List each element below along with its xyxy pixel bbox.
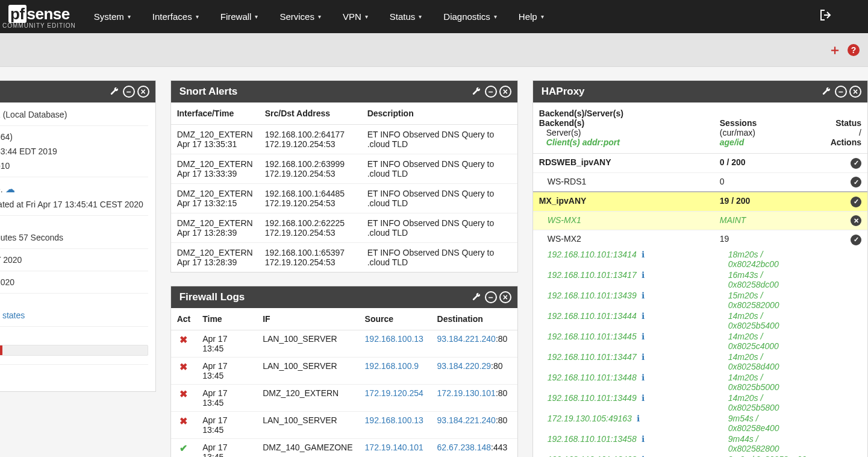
haproxy-client-row: 192.168.110.101:13458 ℹ9m44s / 0x8025828… [533,433,867,454]
chevron-down-icon: ▾ [318,13,321,20]
client-age: 14m20s / 0x8025c4000 [728,332,779,351]
log-if: LAN_100_SERVER [257,412,358,439]
states-link[interactable]: v states [0,310,25,320]
brand-sense: sense [27,5,70,23]
info-icon[interactable]: ℹ [639,311,648,321]
logout-icon[interactable] [820,10,832,24]
wrench-icon[interactable] [820,86,832,98]
info-icon[interactable]: ℹ [639,291,648,300]
nav-item-system[interactable]: System▾ [83,0,142,33]
snort-desc: ET INFO Observed DNS Query to .cloud TLD [361,125,517,154]
status-ok-icon[interactable]: ✓ [851,235,861,245]
server-sessions: MAINT [714,211,816,230]
snort-table: Interface/Time Src/Dst Address Descripti… [171,102,517,272]
log-dest-link[interactable]: 172.19.130.101 [437,388,496,398]
status-ok-icon[interactable]: ✓ [851,158,861,169]
log-dest-link[interactable]: 93.184.220.29 [437,361,492,371]
firewall-log-row: ✖Apr 17 13:45DMZ_120_EXTERN172.19.120.25… [171,385,517,412]
client-age: 9m44s / 0x802582800 [728,434,779,453]
dashboard: – × 1 (Local Database) d64) 53:44 EDT 20… [0,67,868,457]
info-icon[interactable]: ℹ [639,332,648,341]
log-time: Apr 17 13:45 [196,439,257,458]
close-icon[interactable]: × [137,86,149,98]
client-age: 9m54s / 0x80258e400 [728,414,779,433]
close-icon[interactable]: × [499,86,511,98]
block-icon[interactable]: ✖ [180,416,187,426]
haproxy-backend-row: MX_ipvANY19 / 200✓ [533,192,867,211]
haproxy-client-row: 192.168.110.101:13447 ℹ14m20s / 0x80258d… [533,351,867,372]
info-icon[interactable]: ℹ [639,434,648,444]
col-interface-time: Interface/Time [171,102,259,125]
info-icon[interactable]: ℹ [639,393,648,403]
close-icon[interactable]: × [849,86,861,98]
firewall-log-row: ✖Apr 17 13:45LAN_100_SERVER192.168.100.1… [171,330,517,358]
chevron-down-icon: ▾ [255,13,258,20]
pass-icon[interactable]: ✔ [180,443,187,453]
client-age: 14m20s / 0x8025b5800 [728,393,779,412]
nav-item-help[interactable]: Help▾ [508,0,555,33]
nav-item-vpn[interactable]: VPN▾ [332,0,379,33]
col-description: Description [361,102,517,125]
info-line: nutes 57 Seconds [0,230,148,245]
chevron-down-icon: ▾ [494,13,497,20]
nav-item-firewall[interactable]: Firewall▾ [210,0,269,33]
close-icon[interactable]: × [499,291,511,303]
info-icon[interactable]: ℹ [639,250,648,259]
log-source-link[interactable]: 192.168.100.13 [365,415,423,425]
minimize-icon[interactable]: – [485,86,497,98]
haproxy-client-row: 192.168.110.101:13444 ℹ14m20s / 0x8025b5… [533,310,867,331]
info-icon[interactable]: ℹ [639,373,648,382]
server-sessions: 0 [714,172,816,192]
status-error-icon[interactable]: ✕ [851,215,861,226]
nav-item-services[interactable]: Services▾ [269,0,332,33]
minimize-icon[interactable]: – [485,291,497,303]
block-icon[interactable]: ✖ [180,362,187,372]
wrench-icon[interactable] [470,291,482,303]
snort-desc: ET INFO Observed DNS Query to .cloud TLD [361,243,517,273]
help-icon[interactable]: ? [848,44,860,56]
block-icon[interactable]: ✖ [180,335,187,345]
log-source-link[interactable]: 172.19.120.254 [365,388,423,398]
chevron-down-icon: ▾ [541,13,544,20]
col-backend-servers: Backend(s)/Server(s) Backend(s) Server(s… [533,102,714,154]
client-age: 18m20s / 0x80242bc00 [728,250,779,269]
log-dest-link[interactable]: 93.184.221.240 [437,334,496,344]
log-time: Apr 17 13:45 [196,385,257,412]
client-addr: 192.168.110.101:13439 [548,291,637,300]
add-widget-icon[interactable]: ＋ [828,41,841,59]
wrench-icon[interactable] [108,86,120,98]
log-dest-link[interactable]: 93.184.221.240 [437,415,496,425]
info-icon[interactable]: ℹ [639,270,648,280]
info-line: T 2020 [0,253,148,267]
nav-item-diagnostics[interactable]: Diagnostics▾ [432,0,508,33]
top-navbar: pfsense COMMUNITY EDITION System▾Interfa… [0,0,868,33]
wrench-icon[interactable] [470,86,482,98]
chevron-down-icon: ▾ [128,13,131,20]
client-age: 16m43s / 0x80258dc00 [728,270,779,289]
server-name: WS-MX1 [533,211,714,230]
log-dest-link[interactable]: 62.67.238.148 [437,443,492,452]
client-age: 9m2s / 0x80258ec00 [728,455,807,458]
block-icon[interactable]: ✖ [180,389,187,399]
info-icon[interactable]: ℹ [634,414,643,423]
nav-item-status[interactable]: Status▾ [379,0,433,33]
status-ok-icon[interactable]: ✓ [851,197,861,207]
brand-logo[interactable]: pfsense COMMUNITY EDITION [0,4,83,30]
minimize-icon[interactable]: – [123,86,135,98]
snort-desc: ET INFO Observed DNS Query to .cloud TLD [361,184,517,213]
info-icon[interactable]: ℹ [639,352,648,362]
chevron-down-icon: ▾ [419,13,422,20]
log-source-link[interactable]: 172.19.140.101 [365,443,423,452]
status-ok-icon[interactable]: ✓ [851,177,861,188]
nav-item-interfaces[interactable]: Interfaces▾ [142,0,210,33]
haproxy-client-row: 192.168.110.101:13445 ℹ14m20s / 0x8025c4… [533,331,867,351]
log-source-link[interactable]: 192.168.100.13 [365,334,423,344]
cloud-icon[interactable]: ☁ [5,184,15,194]
client-addr: 192.168.110.101:13414 [548,250,637,259]
snort-addr: 192.168.100.2:64177172.19.120.254:53 [259,125,361,154]
log-source-link[interactable]: 192.168.100.9 [365,361,419,371]
minimize-icon[interactable]: – [835,86,847,98]
snort-desc: ET INFO Observed DNS Query to .cloud TLD [361,213,517,243]
info-icon[interactable]: ℹ [639,455,648,458]
log-time: Apr 17 13:45 [196,358,257,385]
